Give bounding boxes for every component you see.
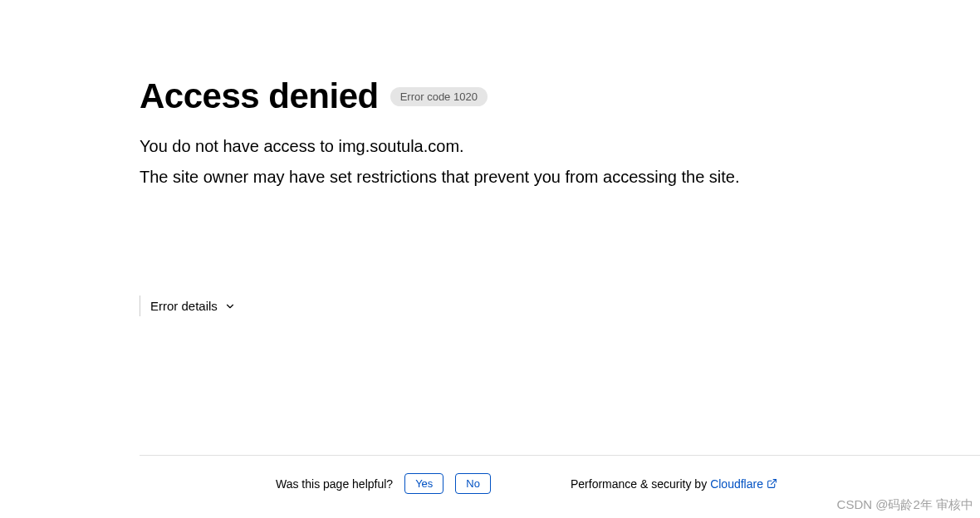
access-message-line2: The site owner may have set restrictions… <box>140 162 840 193</box>
access-message-line1: You do not have access to img.soutula.co… <box>140 131 840 162</box>
page-title: Access denied <box>140 76 379 116</box>
security-prefix: Performance & security by <box>571 477 707 491</box>
svg-line-0 <box>771 480 776 485</box>
cloudflare-link-label: Cloudflare <box>710 477 763 491</box>
external-link-icon <box>767 478 777 489</box>
no-button[interactable]: No <box>455 473 491 494</box>
watermark: CSDN @码龄2年 审核中 <box>837 497 973 513</box>
cloudflare-link[interactable]: Cloudflare <box>710 477 777 491</box>
error-details-toggle[interactable]: Error details <box>140 296 236 316</box>
yes-button[interactable]: Yes <box>404 473 443 494</box>
error-details-label: Error details <box>150 299 218 313</box>
error-code-badge: Error code 1020 <box>390 87 488 106</box>
footer-divider <box>140 455 980 456</box>
chevron-down-icon <box>224 301 236 312</box>
helpful-prompt: Was this page helpful? <box>276 477 393 491</box>
